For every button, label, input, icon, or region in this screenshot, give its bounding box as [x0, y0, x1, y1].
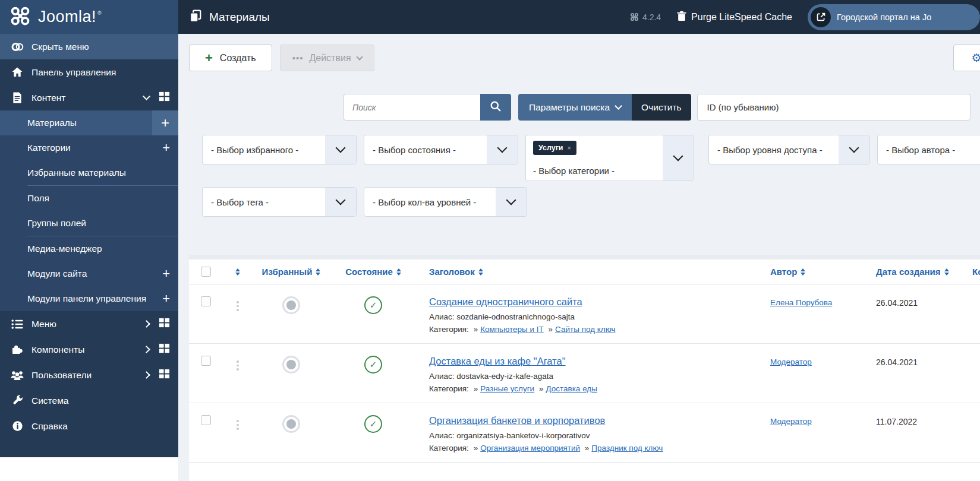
created-date: 26.04.2021	[876, 296, 972, 308]
chevron-right-icon	[143, 346, 150, 353]
grid-shortcut-icon[interactable]	[159, 91, 170, 105]
category-link[interactable]: Доставка еды	[546, 384, 597, 393]
published-state-icon[interactable]: ✓	[364, 296, 382, 314]
search-input[interactable]	[344, 94, 480, 121]
filter-author-select[interactable]: - Выбор автора -	[877, 135, 980, 164]
joomla-logo-icon	[10, 5, 31, 29]
category-link[interactable]: Организация мероприятий	[480, 444, 580, 452]
sort-icon	[316, 268, 320, 276]
header-ordering[interactable]	[222, 268, 253, 276]
sidebar-item-site-modules[interactable]: Модули сайта +	[0, 261, 178, 286]
sidebar-item-content[interactable]: Контент	[0, 85, 178, 110]
sidebar-item-help[interactable]: Справка	[0, 413, 178, 439]
header-state[interactable]: Состояние	[329, 267, 417, 277]
actions-button[interactable]: ••• Действия	[280, 45, 374, 71]
sidebar-toggle[interactable]: Скрыть меню	[0, 34, 178, 59]
add-admin-module-button[interactable]: +	[162, 292, 170, 305]
trash-icon	[676, 10, 687, 24]
options-button[interactable]: ⚙ Настройки	[953, 45, 980, 71]
external-link-icon	[811, 7, 831, 27]
published-state-icon[interactable]: ✓	[364, 415, 382, 433]
sidebar-item-users[interactable]: Пользователи	[0, 362, 178, 388]
search-icon	[490, 100, 502, 114]
chevron-down-icon	[325, 188, 356, 216]
created-date: 26.04.2021	[876, 356, 972, 367]
search-options-button[interactable]: Параметры поиска	[518, 94, 632, 121]
add-site-module-button[interactable]: +	[162, 267, 170, 280]
select-all-checkbox[interactable]	[201, 267, 211, 277]
grid-shortcut-icon[interactable]	[159, 343, 170, 356]
users-icon	[11, 370, 24, 381]
sidebar-item-media[interactable]: Медиа-менеджер	[0, 236, 178, 261]
header-author[interactable]: Автор	[770, 267, 876, 277]
sort-order-select[interactable]: ID (по убыванию)	[697, 94, 970, 121]
sidebar-item-categories[interactable]: Категории +	[0, 135, 178, 160]
category-link[interactable]: Праздник под ключ	[591, 444, 663, 452]
published-state-icon[interactable]: ✓	[364, 356, 382, 374]
search-button[interactable]	[480, 94, 511, 121]
drag-handle-icon[interactable]	[237, 420, 239, 430]
favorite-toggle[interactable]	[282, 356, 300, 374]
page-title: Материалы	[189, 10, 270, 25]
clear-button[interactable]: Очистить	[632, 94, 691, 121]
article-title-link[interactable]: Создание одностраничного сайта	[429, 296, 582, 307]
search-bar: Параметры поиска Очистить ID (по убывани…	[344, 94, 980, 121]
filter-levels-select[interactable]: - Выбор кол-ва уровней -	[364, 187, 527, 217]
drag-handle-icon[interactable]	[237, 301, 239, 311]
sort-icon	[396, 268, 401, 276]
sidebar-item-admin-modules[interactable]: Модули панели управления +	[0, 286, 178, 311]
add-category-button[interactable]: +	[162, 141, 170, 154]
article-title-link[interactable]: Организация банкетов и корпоративов	[429, 415, 605, 426]
header-favorite[interactable]: Избранный	[253, 267, 329, 277]
purge-litespeed-button[interactable]: Purge LiteSpeed Cache	[676, 10, 792, 24]
sidebar-item-field-groups[interactable]: Группы полей	[0, 211, 178, 236]
article-alias: Алиас: dostavka-edy-iz-kafe-agata	[429, 372, 770, 381]
info-icon	[11, 420, 24, 432]
row-checkbox[interactable]	[201, 296, 211, 306]
filter-featured-select[interactable]: - Выбор избранного -	[202, 135, 357, 164]
sidebar-item-articles[interactable]: Материалы +	[0, 110, 178, 135]
header-title[interactable]: Заголовок	[417, 267, 770, 277]
favorite-toggle[interactable]	[282, 415, 300, 433]
filter-access-select[interactable]: - Выбор уровня доступа -	[708, 135, 870, 164]
articles-table: Избранный Состояние Заголовок Автор Дата…	[189, 255, 980, 481]
sidebar-item-featured[interactable]: Избранные материалы	[0, 160, 178, 185]
chevron-down-icon	[496, 188, 527, 216]
category-link[interactable]: Компьютеры и IT	[480, 325, 544, 334]
filter-state-select[interactable]: - Выбор состояния -	[364, 135, 518, 164]
sidebar-item-dashboard[interactable]: Панель управления	[0, 59, 178, 85]
main-content: + Создать ••• Действия ⚙ Настройки Парам	[178, 34, 980, 481]
chevron-down-icon	[356, 53, 363, 60]
chevron-down-icon	[663, 135, 694, 181]
drag-handle-icon[interactable]	[237, 360, 239, 371]
row-checkbox[interactable]	[201, 415, 211, 425]
grid-shortcut-icon[interactable]	[159, 368, 170, 382]
add-article-button[interactable]: +	[152, 110, 178, 135]
row-checkbox[interactable]	[201, 356, 211, 366]
author-link[interactable]: Модератор	[770, 357, 812, 366]
sidebar-item-menus[interactable]: Меню	[0, 311, 178, 337]
sidebar-item-system[interactable]: Система	[0, 388, 178, 413]
category-link[interactable]: Сайты под ключ	[555, 325, 616, 334]
table-row: ✓ Создание одностраничного сайта Алиас: …	[189, 284, 980, 344]
article-title-link[interactable]: Доставка еды из кафе "Агата"	[429, 356, 566, 366]
new-button[interactable]: + Создать	[189, 45, 272, 71]
filter-category-select[interactable]: Услуги × - Выбор категории -	[525, 135, 694, 181]
created-date: 11.07.2022	[876, 415, 972, 426]
sort-icon	[478, 268, 483, 276]
sidebar-item-components[interactable]: Компоненты	[0, 337, 178, 362]
author-link[interactable]: Елена Порубова	[770, 298, 832, 307]
remove-tag-icon[interactable]: ×	[568, 144, 571, 151]
header-date[interactable]: Дата создания	[876, 267, 972, 277]
category-tag-chip: Услуги ×	[533, 141, 576, 155]
sidebar-item-fields[interactable]: Поля	[0, 186, 178, 211]
table-row: ✓ Организация банкетов и корпоративов Ал…	[189, 403, 980, 463]
filter-tag-select[interactable]: - Выбор тега -	[202, 187, 357, 217]
category-link[interactable]: Разные услуги	[480, 384, 534, 393]
header-hits[interactable]: Кол-во	[972, 267, 980, 277]
favorite-toggle[interactable]	[282, 296, 300, 314]
author-link[interactable]: Модератор	[770, 417, 812, 426]
sort-icon	[801, 268, 805, 276]
preview-site-button[interactable]: Городской портал на Jo	[808, 4, 980, 30]
grid-shortcut-icon[interactable]	[159, 317, 170, 331]
